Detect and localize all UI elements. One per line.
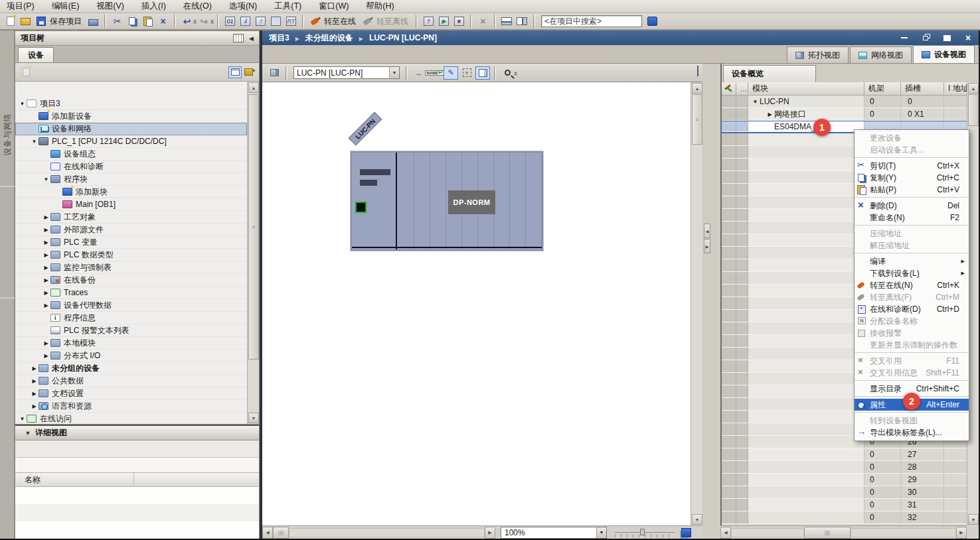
expander-icon[interactable]: ▶	[42, 265, 50, 271]
collapse-left-icon[interactable]: ◀	[704, 224, 710, 238]
scroll-right-icon[interactable]: ▶	[956, 527, 967, 539]
tree-item[interactable]: ▼ 在线访问	[15, 413, 247, 424]
view-tab[interactable]: 设备视图	[913, 45, 975, 63]
address-column-header[interactable]: I 地址	[944, 82, 968, 96]
device-selector-dropdown[interactable]: LUC-PN [LUC-PN] ▼	[293, 66, 400, 79]
context-menu-item[interactable]: 删除(D) Del	[855, 200, 969, 212]
scrollbar-thumb[interactable]: ≡	[248, 94, 259, 360]
split-vertical-icon[interactable]	[515, 15, 529, 28]
scroll-right-icon[interactable]: ▶	[485, 527, 495, 539]
expander-icon[interactable]: ▶	[766, 108, 774, 121]
project-tree-scrollbar[interactable]: ▲ ≡ ▼	[247, 82, 259, 424]
dots-column-header[interactable]: ...	[736, 82, 748, 96]
side-strip-label[interactable]: 设备与网络	[2, 109, 13, 160]
menu-item[interactable]: 项目(P)	[7, 1, 35, 12]
crosshair-icon[interactable]: +	[459, 66, 474, 80]
tree-item[interactable]: ▶ 设备代理数据	[15, 299, 247, 312]
save-project-icon[interactable]	[34, 15, 48, 28]
device-view-canvas[interactable]: LUC-PN DP-NORM	[262, 82, 691, 525]
start-simulation-icon[interactable]: ▶	[437, 15, 451, 28]
table-row[interactable]: ▶网络接口 0 0 X1	[722, 108, 968, 121]
context-menu-item[interactable]: 压缩地址	[855, 228, 969, 239]
tree-item[interactable]: ▶ 公共数据	[15, 375, 247, 387]
start-cpu-icon[interactable]	[269, 15, 283, 28]
compile-icon[interactable]: 01	[223, 15, 237, 28]
scroll-left-icon[interactable]: ◀	[720, 527, 731, 539]
expander-icon[interactable]: ▶	[42, 290, 50, 296]
diagnostics-column-icon[interactable]	[722, 82, 736, 96]
expander-icon[interactable]: ▼	[18, 416, 27, 422]
edit-mode-icon[interactable]: ✎	[444, 66, 458, 80]
scroll-up-icon[interactable]: ▲	[968, 83, 979, 94]
close-icon[interactable]: ×	[961, 33, 975, 43]
paste-icon[interactable]	[141, 15, 155, 28]
tree-item[interactable]: 设备和网络	[15, 123, 247, 135]
breadcrumb-item[interactable]: 项目3	[269, 33, 289, 44]
go-online-icon[interactable]	[308, 15, 322, 28]
context-menu-item[interactable]: 更新并显示强制的操作数	[855, 339, 969, 351]
tree-item[interactable]: 添加新块	[15, 186, 247, 198]
context-menu-item[interactable]: 转至离线(F) Ctrl+M	[855, 291, 969, 303]
tab-devices[interactable]: 设备	[18, 47, 54, 62]
print-icon[interactable]	[86, 15, 100, 28]
menu-item[interactable]: 视图(V)	[96, 1, 124, 12]
table-row[interactable]: 0 28	[722, 461, 968, 474]
module-cell[interactable]	[748, 474, 864, 486]
menu-item[interactable]: 选项(N)	[229, 1, 257, 12]
module-cell[interactable]	[748, 461, 864, 474]
redo-icon[interactable]: ↪	[197, 15, 211, 28]
save-project-label[interactable]: 保存项目	[50, 16, 82, 27]
table-row[interactable]: 0 30	[722, 486, 968, 499]
minimize-icon[interactable]	[898, 33, 911, 43]
tree-item[interactable]: ▼ 程序块	[15, 173, 247, 186]
expander-icon[interactable]: ▶	[42, 353, 50, 359]
context-menu-item[interactable]: 解压缩地址	[855, 239, 969, 251]
expander-icon[interactable]: ▼	[42, 176, 50, 182]
tree-item[interactable]: PLC 报警文本列表	[15, 324, 247, 337]
scroll-down-icon[interactable]: ▼	[692, 514, 702, 525]
expander-icon[interactable]: ▶	[42, 340, 50, 346]
show-labels-icon[interactable]	[475, 66, 490, 80]
module-cell[interactable]: ▶网络接口	[748, 108, 864, 121]
scrollbar-track[interactable]	[851, 528, 956, 537]
cross-reference-icon[interactable]: ×	[476, 15, 490, 28]
view-tab[interactable]: 网络视图	[850, 46, 912, 63]
scrollbar-thumb[interactable]: ≡	[692, 94, 702, 145]
tree-item[interactable]: ▶ Traces	[15, 287, 247, 299]
menu-item[interactable]: 插入(I)	[141, 1, 166, 12]
upload-from-device-icon[interactable]: ⇧	[254, 15, 268, 28]
tree-item[interactable]: 程序信息	[15, 312, 247, 324]
table-row[interactable]: 0 31	[722, 499, 968, 511]
tree-item[interactable]: ▶ 工艺对象	[15, 211, 247, 224]
stop-simulation-icon[interactable]: ■	[452, 15, 466, 28]
go-offline-icon[interactable]	[361, 15, 374, 28]
project-search-input[interactable]	[541, 15, 642, 27]
context-menu-item[interactable]: 接收报警	[855, 327, 969, 339]
chevron-down-icon[interactable]: ▼	[596, 527, 606, 538]
new-item-icon[interactable]	[19, 66, 33, 78]
context-menu-item[interactable]: 启动设备工具...	[855, 144, 969, 156]
tree-item[interactable]: ▶ 监控与强制表	[15, 261, 247, 274]
diagnostics-icon[interactable]: ?	[422, 15, 436, 28]
zoom-slider-handle[interactable]	[640, 529, 645, 535]
view-tab[interactable]: 拓扑视图	[787, 46, 849, 63]
fit-to-view-icon[interactable]	[681, 528, 691, 537]
expander-icon[interactable]: ▶	[30, 403, 39, 409]
context-menu-item[interactable]: 剪切(T) Ctrl+X	[855, 160, 969, 172]
tree-item[interactable]: ▶ 外部源文件	[15, 224, 247, 236]
module-column-header[interactable]: 模块	[748, 82, 864, 96]
context-menu-item[interactable]: 下载到设备(L)	[855, 267, 969, 279]
tree-item[interactable]: 添加新设备	[15, 110, 247, 123]
context-menu-item[interactable]: 复制(Y) Ctrl+C	[855, 172, 969, 184]
expander-icon[interactable]: ▶	[30, 366, 39, 371]
expander-icon[interactable]: ▶	[30, 378, 39, 384]
scroll-down-icon[interactable]: ▼	[968, 514, 979, 525]
table-row[interactable]: 0 29	[722, 474, 968, 486]
pane-mode-icon[interactable]	[697, 66, 698, 76]
tree-item[interactable]: ▶ 在线备份	[15, 274, 247, 287]
context-menu-item[interactable]: 转到设备视图	[855, 415, 969, 427]
context-menu-item[interactable]: 导出模块标签条(L)...	[855, 427, 969, 439]
table-row[interactable]: 0 32	[722, 511, 968, 524]
expander-icon[interactable]: ▼	[751, 96, 760, 108]
tree-item[interactable]: ▶ 分布式 I/O	[15, 350, 247, 362]
